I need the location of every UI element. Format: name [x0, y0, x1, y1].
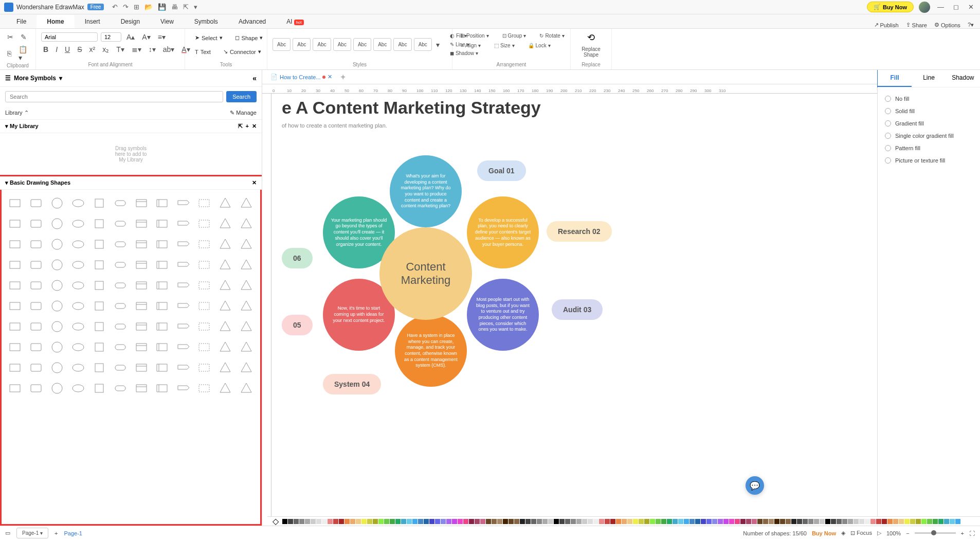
color-swatch[interactable] — [689, 519, 695, 524]
shape-item[interactable] — [49, 277, 65, 294]
color-swatch[interactable] — [718, 519, 723, 524]
petal-right[interactable]: To develop a successful plan, you need t… — [467, 196, 539, 268]
color-swatch[interactable] — [605, 519, 610, 524]
color-swatch[interactable] — [537, 519, 542, 524]
shape-item[interactable] — [7, 236, 23, 253]
shape-item[interactable] — [28, 277, 44, 294]
align-button[interactable]: ≡ Align▾ — [458, 42, 484, 49]
shape-item[interactable] — [70, 257, 86, 273]
presentation-icon[interactable]: ▷ — [877, 530, 881, 536]
shape-item[interactable] — [217, 380, 233, 397]
italic-icon[interactable]: I — [53, 44, 60, 55]
color-swatch[interactable] — [859, 519, 864, 524]
shape-item[interactable] — [196, 339, 212, 355]
shape-item[interactable] — [91, 318, 107, 335]
tab-home[interactable]: Home — [37, 15, 74, 28]
color-swatch[interactable] — [441, 519, 446, 524]
shape-item[interactable] — [49, 195, 65, 211]
color-swatch[interactable] — [837, 519, 842, 524]
page-tab-active[interactable]: Page-1 — [64, 530, 82, 536]
color-swatch[interactable] — [656, 519, 661, 524]
style-preset-4[interactable]: Abc — [333, 38, 351, 51]
shape-item[interactable] — [238, 380, 255, 397]
tab-advanced[interactable]: Advanced — [228, 15, 276, 28]
redo-icon[interactable]: ↷ — [123, 3, 129, 11]
subscript-icon[interactable]: x₂ — [100, 44, 111, 55]
format-painter-icon[interactable]: ✎ — [19, 32, 29, 42]
shape-item[interactable] — [154, 318, 170, 335]
library-add-icon[interactable]: + — [246, 123, 249, 130]
text-tool[interactable]: T Text — [190, 46, 215, 58]
color-swatch[interactable] — [514, 519, 519, 524]
shape-item[interactable] — [133, 257, 150, 273]
shape-item[interactable] — [175, 359, 191, 376]
color-swatch[interactable] — [599, 519, 604, 524]
shape-item[interactable] — [175, 195, 191, 211]
decrease-font-icon[interactable]: A▾ — [140, 32, 152, 42]
style-preset-5[interactable]: Abc — [353, 38, 371, 51]
shape-item[interactable] — [175, 318, 191, 335]
open-icon[interactable]: 📂 — [144, 3, 153, 11]
zoom-out-icon[interactable]: − — [906, 530, 909, 536]
shape-tool[interactable]: ◻ Shape▾ — [230, 32, 268, 44]
help-icon[interactable]: ?▾ — [968, 22, 974, 28]
bullets-icon[interactable]: ≣▾ — [130, 44, 143, 55]
shape-item[interactable] — [49, 339, 65, 355]
tab-view[interactable]: View — [150, 15, 184, 28]
color-swatch[interactable] — [887, 519, 893, 524]
color-swatch[interactable] — [294, 519, 299, 524]
color-swatch[interactable] — [401, 519, 406, 524]
color-swatch[interactable] — [854, 519, 859, 524]
color-swatch[interactable] — [831, 519, 836, 524]
manage-button[interactable]: ✎ Manage — [230, 110, 257, 116]
position-button[interactable]: ⊞ Position▾ — [458, 32, 492, 40]
size-button[interactable]: ⬚ Size▾ — [491, 42, 517, 49]
shape-item[interactable] — [217, 195, 233, 211]
library-import-icon[interactable]: ⇱ — [238, 123, 243, 130]
shape-item[interactable] — [70, 318, 86, 335]
style-preset-7[interactable]: Abc — [393, 38, 411, 51]
new-icon[interactable]: ⊞ — [134, 3, 139, 11]
shape-item[interactable] — [196, 277, 212, 294]
style-preset-6[interactable]: Abc — [373, 38, 391, 51]
shape-item[interactable] — [175, 277, 191, 294]
color-swatch[interactable] — [305, 519, 310, 524]
undo-icon[interactable]: ↶ — [112, 3, 118, 11]
color-swatch[interactable] — [842, 519, 847, 524]
shape-item[interactable] — [196, 318, 212, 335]
shape-item[interactable] — [154, 298, 170, 314]
shape-item[interactable] — [133, 298, 150, 314]
shape-item[interactable] — [70, 359, 86, 376]
shape-item[interactable] — [49, 298, 65, 314]
color-swatch[interactable] — [803, 519, 808, 524]
shape-item[interactable] — [217, 257, 233, 273]
shape-item[interactable] — [133, 195, 150, 211]
shape-item[interactable] — [70, 339, 86, 355]
bold-icon[interactable]: B — [41, 44, 50, 55]
color-swatch[interactable] — [650, 519, 655, 524]
qat-more-icon[interactable]: ▾ — [194, 3, 197, 11]
shape-item[interactable] — [175, 257, 191, 273]
color-swatch[interactable] — [548, 519, 553, 524]
shape-item[interactable] — [49, 318, 65, 335]
font-family-select[interactable] — [41, 32, 98, 42]
fill-option[interactable]: Single color gradient fill — [885, 130, 973, 142]
color-swatch[interactable] — [927, 519, 932, 524]
increase-font-icon[interactable]: A▴ — [124, 32, 137, 42]
shape-item[interactable] — [217, 215, 233, 232]
shape-item[interactable] — [70, 277, 86, 294]
color-swatch[interactable] — [706, 519, 712, 524]
shape-item[interactable] — [28, 257, 44, 273]
lock-button[interactable]: 🔒 Lock▾ — [525, 42, 554, 49]
shape-item[interactable] — [133, 277, 150, 294]
shape-item[interactable] — [70, 298, 86, 314]
document-tab[interactable]: 📄 How to Create... ✕ — [266, 71, 336, 82]
color-swatch[interactable] — [814, 519, 819, 524]
shape-item[interactable] — [196, 215, 212, 232]
color-swatch[interactable] — [616, 519, 621, 524]
color-swatch[interactable] — [378, 519, 384, 524]
shape-item[interactable] — [7, 195, 23, 211]
color-swatch[interactable] — [282, 519, 287, 524]
color-swatch[interactable] — [418, 519, 423, 524]
color-swatch[interactable] — [627, 519, 632, 524]
